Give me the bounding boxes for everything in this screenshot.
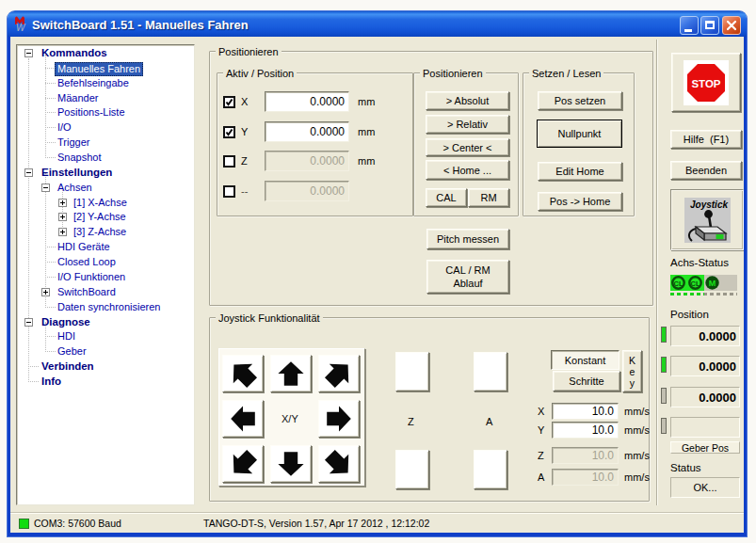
svg-text:M: M [709,279,716,288]
svg-text:W: W [16,23,26,32]
svg-text:CL: CL [691,279,700,288]
svg-text:STOP: STOP [691,77,720,88]
svg-text:Joystick: Joystick [689,200,727,210]
svg-text:CL: CL [674,279,684,288]
